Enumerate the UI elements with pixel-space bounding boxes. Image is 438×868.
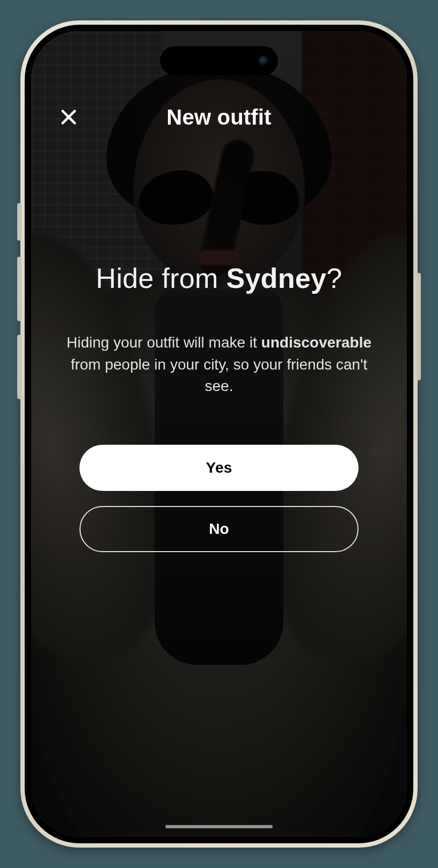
modal-subtext: Hiding your outfit will make it undiscov…: [61, 332, 377, 397]
modal-heading-suffix: ?: [326, 263, 342, 294]
home-indicator: [165, 825, 273, 828]
confirm-modal: Hide from Sydney? Hiding your outfit wil…: [31, 262, 407, 397]
phone-side-button: [17, 335, 21, 399]
nav-bar: New outfit: [31, 96, 407, 139]
phone-bezel: New outfit Hide from Sydney? Hiding your…: [25, 25, 413, 843]
phone-side-button: [417, 273, 421, 380]
no-button-label: No: [209, 520, 229, 538]
yes-button-label: Yes: [206, 459, 232, 476]
page-title: New outfit: [166, 105, 271, 129]
modal-heading-prefix: Hide from: [96, 263, 227, 294]
close-button[interactable]: [56, 104, 82, 130]
modal-buttons: Yes No: [31, 445, 407, 552]
phone-frame: New outfit Hide from Sydney? Hiding your…: [20, 20, 418, 848]
modal-heading-city: Sydney: [226, 263, 326, 294]
yes-button[interactable]: Yes: [79, 445, 359, 491]
close-icon: [60, 108, 78, 126]
dynamic-island: [160, 46, 278, 75]
no-button[interactable]: No: [79, 506, 359, 552]
phone-side-button: [17, 257, 21, 321]
phone-side-button: [17, 203, 21, 241]
screen: New outfit Hide from Sydney? Hiding your…: [31, 31, 407, 837]
modal-heading: Hide from Sydney?: [61, 262, 377, 294]
